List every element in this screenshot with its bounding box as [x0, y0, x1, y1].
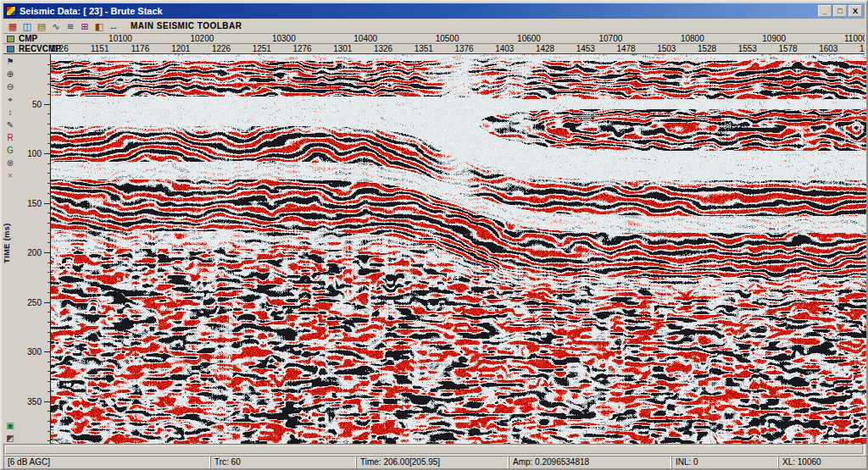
time-minor-tick	[47, 74, 50, 75]
close-button[interactable]: X	[849, 5, 862, 17]
recvcmp-tick: 1251	[253, 44, 271, 54]
recvcmp-tick: 1351	[415, 44, 433, 54]
time-minor-tick	[47, 233, 50, 234]
time-minor-tick	[47, 391, 50, 392]
recvcmp-tick: 1453	[576, 44, 595, 54]
zoom-in-icon[interactable]: ⊕	[5, 69, 16, 80]
trace-status: Trc: 60	[210, 456, 356, 470]
recvcmp-tick: 1276	[292, 44, 311, 54]
time-minor-tick	[47, 312, 50, 312]
shade-icon[interactable]: ◩	[5, 433, 16, 444]
time-minor-tick	[47, 134, 50, 135]
grid-plus-icon[interactable]: ⊞	[79, 20, 91, 32]
recvcmp-tick: 1403	[495, 44, 514, 54]
time-minor-tick	[47, 143, 50, 144]
window-title: Seismic Data: [ 23] - Brute Stack	[19, 6, 163, 16]
time-minor-tick	[47, 263, 50, 263]
time-tick-label: 250	[27, 298, 42, 307]
recvcmp-tick: 1301	[333, 44, 352, 54]
time-minor-tick	[47, 322, 50, 323]
layers-icon[interactable]: ▤	[36, 20, 47, 32]
recvcmp-tick: 1603	[819, 44, 837, 54]
recvcmp-tick: 1628	[860, 44, 865, 54]
time-minor-tick	[47, 173, 50, 174]
waveform-icon[interactable]: ≋	[64, 20, 76, 32]
time-tick-label: 50	[32, 100, 42, 109]
time-minor-tick	[47, 282, 50, 283]
recvcmp-row-icon[interactable]	[7, 46, 14, 53]
time-minor-tick	[47, 84, 50, 85]
time-major-tick	[44, 351, 50, 352]
pan-horizontal-icon[interactable]: ↔	[108, 20, 120, 32]
contrast-icon[interactable]: ◧	[93, 20, 105, 32]
time-minor-tick	[47, 272, 50, 273]
recvcmp-tick: 1326	[374, 44, 392, 54]
time-minor-tick	[47, 292, 50, 293]
recvcmp-tick: 1553	[738, 44, 757, 54]
time-minor-tick	[47, 213, 50, 213]
flag-icon[interactable]: ⚑	[5, 56, 16, 67]
toolbar-title: MAIN SEISMIC TOOLBAR	[131, 21, 242, 30]
time-minor-tick	[47, 163, 50, 164]
time-minor-tick	[47, 242, 50, 243]
horizontal-scrollbar-thumb[interactable]	[5, 445, 863, 454]
time-minor-tick	[47, 440, 50, 441]
zoom-out-icon[interactable]: ⊖	[5, 81, 16, 92]
cmp-tick: 10300	[272, 34, 296, 44]
recvcmp-tick: 1201	[171, 44, 190, 54]
inline-status: INL: 0	[671, 456, 778, 470]
time-axis-title: TIME (ms)	[3, 223, 11, 263]
amplitude-status: Amp: 0.2096534818	[509, 456, 671, 470]
cmp-tick: 10700	[598, 34, 622, 44]
minimize-button[interactable]: _	[818, 5, 832, 17]
time-major-tick	[44, 104, 50, 105]
pick-edit-icon[interactable]: ✎	[5, 119, 16, 130]
status-green-icon[interactable]: ▣	[5, 420, 16, 431]
time-minor-tick	[47, 381, 50, 382]
recvcmp-header-row: RECVCMP 11261151117612011226125112761301…	[3, 44, 865, 54]
delete-pick-icon[interactable]: ⊗	[5, 158, 16, 169]
time-tick-label: 300	[27, 347, 42, 357]
time-tick-label: 350	[27, 397, 42, 406]
red-pick-icon[interactable]: R	[5, 132, 16, 143]
maximize-button[interactable]: □	[833, 5, 847, 17]
status-bar: [6 dB AGC]Trc: 60Time: 206.00[205.95]Amp…	[3, 456, 865, 470]
cmp-row-icon[interactable]	[7, 36, 14, 42]
cmp-tick: 11000	[844, 34, 865, 44]
recvcmp-tick: 1226	[212, 44, 231, 54]
cmp-tick: 10900	[762, 34, 786, 44]
vertical-scale-icon[interactable]: ↕	[5, 107, 16, 118]
time-status: Time: 206.00[205.95]	[356, 456, 509, 470]
crosshair-icon[interactable]: ⌖	[5, 94, 16, 105]
cmp-tick: 10800	[681, 34, 704, 44]
cmp-tick: 10100	[108, 34, 132, 44]
wavelet-icon[interactable]: ∿	[50, 20, 62, 32]
time-minor-tick	[47, 124, 50, 124]
cmp-tick: 10600	[517, 34, 541, 44]
window-controls: _ □ X	[818, 5, 862, 17]
time-minor-tick	[47, 113, 50, 114]
green-pick-icon[interactable]: G	[5, 145, 16, 156]
time-minor-tick	[47, 193, 50, 194]
time-major-tick	[44, 153, 50, 154]
recvcmp-tick: 1428	[536, 44, 554, 54]
crossline-status: XL: 10060	[778, 456, 868, 470]
time-axis-title-wrap: TIME (ms)	[3, 213, 14, 274]
time-minor-tick	[47, 411, 50, 412]
close-tool-icon[interactable]: ×	[5, 170, 16, 181]
recvcmp-tick: 1176	[131, 44, 150, 54]
recvcmp-tick: 1151	[91, 44, 109, 54]
time-minor-tick	[47, 183, 50, 184]
app-icon	[6, 6, 16, 16]
horizontal-scrollbar[interactable]	[3, 444, 865, 456]
agc-status: [6 dB AGC]	[3, 456, 210, 470]
seismic-grid-icon[interactable]: ▦	[7, 20, 19, 32]
recvcmp-tick: 1528	[698, 44, 716, 54]
titlebar[interactable]: Seismic Data: [ 23] - Brute Stack _ □ X	[3, 3, 865, 19]
time-minor-tick	[47, 94, 50, 95]
recvcmp-tick: 1478	[616, 44, 635, 54]
dual-panel-icon[interactable]: ◫	[21, 20, 33, 32]
seismic-display[interactable]	[51, 54, 868, 444]
time-tick-label: 150	[27, 199, 42, 208]
cmp-tick: 10400	[353, 34, 377, 44]
